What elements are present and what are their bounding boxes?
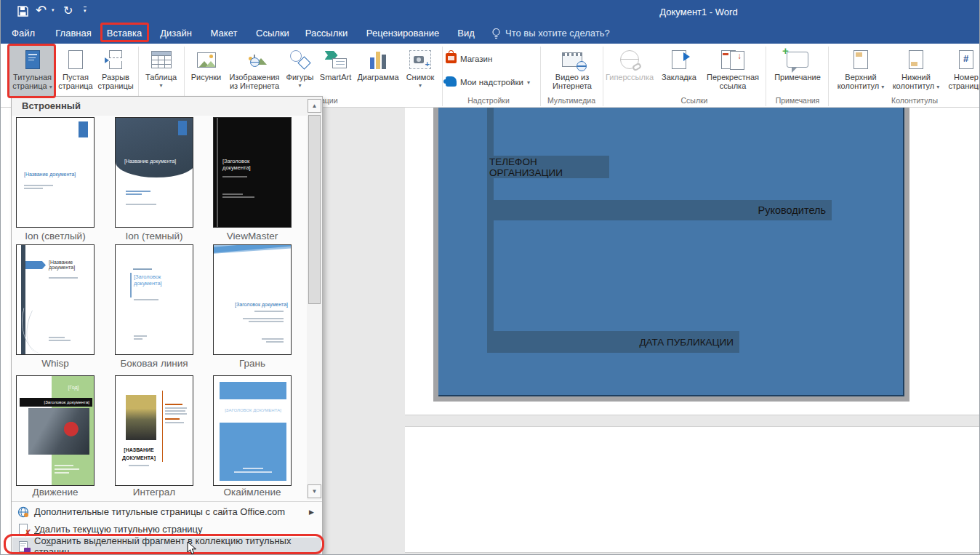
pictures-icon [197,47,216,73]
cross-reference-icon: ↓ [721,47,744,73]
manager-placeholder[interactable]: Руководитель [487,200,832,220]
gallery-item-whisp[interactable]: [Название документа] [16,244,95,355]
gallery-item-motion[interactable]: [Год] [Заголовок документа] [16,375,95,486]
gallery-item-label: Окаймление [212,487,293,498]
my-addins-button[interactable]: Мои надстройки ▾ [446,73,540,92]
save-icon[interactable] [17,5,29,20]
gallery-item-integral[interactable]: [НАЗВАНИЕ ДОКУМЕНТА] [115,375,193,486]
gallery-item-label: Ion (светлый) [15,231,96,241]
annotation-box-cover-page-button [7,44,56,98]
smartart-icon [325,47,347,73]
chart-button[interactable]: Диаграмма [355,45,401,99]
dropdown-arrow-icon: ▾ [298,81,301,90]
hyperlink-button: Гиперссылка [604,45,655,99]
group-label-links: Ссылки [651,96,738,105]
table-icon [151,47,172,73]
page-2[interactable] [405,426,980,553]
online-video-icon [562,47,582,73]
pictures-button[interactable]: Рисунки [187,45,225,99]
dropdown-arrow-icon: ▾ [419,81,422,90]
gallery-item-viewmaster[interactable]: [Заголовок документа] [213,117,292,228]
tab-view[interactable]: Вид [450,23,482,44]
undo-dropdown-icon[interactable]: ▾ [52,7,55,13]
tab-file[interactable]: Файл [7,23,40,44]
gallery-item-label: Движение [15,487,96,498]
screenshot-button[interactable]: + Снимок ▾ [401,45,439,99]
tab-design[interactable]: Дизайн [155,23,197,44]
smartart-button[interactable]: SmartArt [316,45,355,99]
scroll-up-button[interactable]: ▲ [308,99,321,113]
store-button[interactable]: Магазин [446,49,534,68]
tab-layout[interactable]: Макет [203,23,245,44]
tab-references[interactable]: Ссылки [252,23,294,44]
comment-button[interactable]: + Примечание [768,45,827,99]
page-number-button[interactable]: # Номер страницы [944,45,980,99]
screenshot-icon: + [409,47,431,73]
store-icon [446,53,457,65]
bookmark-button[interactable]: Закладка [656,45,702,99]
gallery-item-label: Whisp [15,358,96,369]
cross-reference-button[interactable]: ↓ Перекрестная ссылка [702,45,764,99]
delete-cover-page-icon: ✗ [12,524,34,535]
group-label-comments: Примечания [754,96,841,105]
gallery-item-side-line[interactable]: [Заголовок документа] [115,244,193,355]
annotation-box-save-menu-item [4,534,324,554]
blank-page-icon [68,47,83,73]
hyperlink-icon [620,47,639,73]
blank-page-button[interactable]: Пустая страница [57,45,95,99]
cover-page-shape[interactable]: ТЕЛЕФОН ОРГАНИЗАЦИИ Руководитель ДАТА ПУ… [438,108,904,396]
online-video-button[interactable]: Видео из Интернета [543,45,601,99]
gallery-item-label: Ion (темный) [113,231,195,241]
gallery-item-ion-light[interactable]: [Название документа] [16,117,95,228]
thumb-art [133,268,152,270]
group-separator [442,47,443,106]
shapes-icon [290,47,310,73]
phone-placeholder[interactable]: ТЕЛЕФОН ОРГАНИЗАЦИИ [487,156,609,178]
redo-button[interactable]: ↻ [63,4,73,17]
customize-qat-icon[interactable]: ▾ [84,7,87,14]
tab-review[interactable]: Рецензирование [364,23,441,44]
dropdown-arrow-icon: ▾ [936,84,939,90]
scroll-down-button[interactable]: ▼ [308,484,321,498]
tellme-box[interactable]: Что вы хотите сделать? [505,23,610,44]
gallery-item-ion-dark[interactable]: [Название документа] [115,117,193,228]
gallery-item-label: Боковая линия [113,358,195,369]
shapes-button[interactable]: Фигуры ▾ [284,45,316,99]
tab-home[interactable]: Главная [52,23,95,44]
online-pictures-button[interactable]: Изображения из Интернета [225,45,284,99]
dropdown-arrow-icon: ▾ [159,81,162,90]
cover-page-gallery-dropdown: Встроенный [Название документа] [Названи… [11,96,323,555]
office-com-globe-icon [12,506,34,518]
online-pictures-icon [254,47,255,73]
annotation-box-insert-tab [100,23,149,42]
gallery-item-label: Грань [212,358,293,369]
menu-item-more-cover-pages[interactable]: Дополнительные титульные страницы с сайт… [12,503,321,520]
gallery-section-header: Встроенный [12,97,322,116]
dropdown-arrow-icon: ▾ [527,79,530,86]
header-button[interactable]: Верхний колонтитул ▾ [832,45,890,99]
tellme-lightbulb-icon [491,28,502,43]
group-label-addins: Надстройки [445,96,532,105]
group-label-headers: Колонтитулы [871,96,958,105]
document-canvas: ТЕЛЕФОН ОРГАНИЗАЦИИ Руководитель ДАТА ПУ… [315,108,980,555]
thumb-art [79,121,88,137]
thumb-art [217,118,218,228]
table-button[interactable]: Таблица ▾ [141,45,181,99]
mouse-cursor [187,541,197,555]
pubdate-placeholder[interactable]: ДАТА ПУБЛИКАЦИИ [487,331,739,353]
gallery-item-bordered[interactable]: [ЗАГОЛОВОК ДОКУМЕНТА] [213,375,292,486]
word-window: ↶ ▾ ↻ ▾ Документ1 - Word Файл Главная Вс… [0,0,980,555]
page-break-button[interactable]: Разрыв страницы [95,45,136,99]
menu-separator [12,501,322,502]
gallery-item-label: Интеграл [113,487,195,498]
footer-icon [909,47,923,73]
chart-icon [369,47,387,73]
tab-mailings[interactable]: Рассылки [303,23,350,44]
gallery-item-label: ViewMaster [212,231,293,241]
undo-button[interactable]: ↶ [36,2,47,18]
bookmark-icon [672,47,686,73]
page-break-icon [108,47,124,73]
scrollbar-thumb[interactable] [308,115,321,304]
gallery-item-facet[interactable]: [Заголовок документа] [213,244,292,355]
footer-button[interactable]: Нижний колонтитул ▾ [888,45,944,99]
